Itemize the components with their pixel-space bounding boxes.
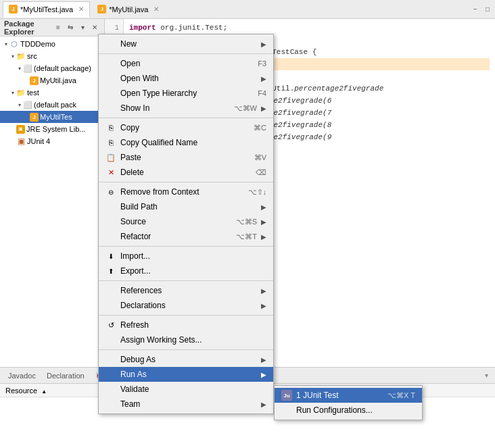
sidebar-close-button[interactable]: ✕ [89,22,100,33]
submenu-arrow-build-path: ▶ [261,203,266,211]
package-icon: ⬜ [23,64,32,73]
tree-label-myutiltest: MyUtilTes [40,113,72,121]
expand-arrow-pkg2[interactable] [16,101,23,108]
declaration-label: Declaration [47,372,85,380]
menu-item-copy-qualified[interactable]: ⎘ Copy Qualified Name [99,135,273,150]
export-icon: ⬆ [105,266,116,276]
shortcut-remove-context: ⌥⇧↓ [248,188,267,197]
window-controls: − □ [471,5,492,14]
tree-item-tdddemo[interactable]: ⬡ TDDDemo [0,38,104,50]
debug-as-icon [105,354,116,365]
project-icon: ⬡ [9,39,19,49]
menu-item-debug-as[interactable]: Debug As ▶ [99,352,273,367]
expand-arrow-tdddemo[interactable] [3,41,9,47]
menu-item-show-in[interactable]: Show In ⌥⌘W ▶ [99,101,273,116]
maximize-button[interactable]: □ [483,5,492,14]
expand-arrow-pkg[interactable] [16,65,23,72]
tree-item-myutil[interactable]: J MyUtil.java [0,74,104,86]
declarations-icon [105,300,116,311]
paste-icon: 📋 [105,152,116,163]
submenu-arrow-run-as: ▶ [261,371,266,378]
menu-label-references: References [120,286,162,295]
link-editor-button[interactable]: ⇆ [65,22,76,33]
menu-label-remove-context: Remove from Context [120,187,199,197]
sidebar-menu-button[interactable]: ▾ [77,22,88,33]
shortcut-open: F3 [258,59,266,68]
menu-item-references[interactable]: References ▶ [99,283,273,298]
sort-arrow-resource: ▲ [41,389,47,395]
menu-item-import[interactable]: ⬇ Import... [99,249,273,264]
minimize-button[interactable]: − [471,5,480,14]
tab-close-icon[interactable]: ✕ [78,5,84,13]
menu-item-new[interactable]: New ▶ [99,36,273,51]
tree-item-test[interactable]: 📁 test [0,86,104,99]
menu-label-refactor: Refactor [120,232,151,241]
menu-label-show-in: Show In [120,103,149,113]
menu-item-assign-working[interactable]: Assign Working Sets... [99,332,273,347]
bottom-panel-menu-button[interactable]: ▾ [481,370,492,380]
menu-item-open[interactable]: Open F3 [99,56,273,71]
separator-7 [99,349,273,350]
menu-item-declarations[interactable]: Declarations ▶ [99,298,273,313]
submenu-arrow-show-in: ▶ [261,105,266,112]
menu-item-refactor[interactable]: Refactor ⌥⌘T ▶ [99,229,273,244]
refactor-icon [105,231,116,242]
tab-javadoc[interactable]: Javadoc [3,368,41,383]
package-explorer: Package Explorer ≡ ⇆ ▾ ✕ ⬡ TDDDemo [0,19,105,367]
tree-item-junit[interactable]: ▣ JUnit 4 [0,135,104,147]
tree-item-default-pkg[interactable]: ⬜ (default package) [0,62,104,74]
tree-label-myutil: MyUtil.java [40,76,76,84]
menu-item-remove-context[interactable]: ⊖ Remove from Context ⌥⇧↓ [99,184,273,199]
submenu-arrow-source: ▶ [261,218,266,226]
tab-myutil[interactable]: J *MyUtil.java ✕ [91,1,165,18]
open-icon [105,58,116,69]
tree-item-jre[interactable]: ▣ JRE System Lib... [0,123,104,135]
tree-label-default-pkg2: (default pack [34,101,76,109]
copy-icon: ⎘ [105,122,116,133]
tree-label-default-pkg: (default package) [34,64,91,72]
menu-item-source[interactable]: Source ⌥⌘S ▶ [99,214,273,229]
sidebar-title: Package Explorer [4,20,53,36]
menu-item-refresh[interactable]: ↺ Refresh [99,318,273,332]
validate-icon [105,384,116,395]
menu-label-debug-as: Debug As [120,355,156,364]
submenu-item-junit-test[interactable]: Ju 1 JUnit Test ⌥⌘X T [275,388,422,403]
tree-item-default-pkg2[interactable]: ⬜ (default pack [0,99,104,111]
tree-view: ⬡ TDDDemo 📁 src ⬜ (default package) [0,36,104,367]
submenu-arrow-team: ▶ [261,401,266,408]
menu-item-export[interactable]: ⬆ Export... [99,264,273,278]
menu-item-team[interactable]: Team ▶ [99,397,273,412]
tab-declaration[interactable]: Declaration [41,368,90,383]
separator-4 [99,246,273,247]
code-line-1: import org.junit.Test; [129,22,490,34]
shortcut-show-in: ⌥⌘W [234,104,257,113]
expand-arrow-src[interactable] [9,53,16,59]
tab2-close-icon[interactable]: ✕ [154,5,159,13]
collapse-all-button[interactable]: ≡ [53,22,64,33]
menu-item-paste[interactable]: 📋 Paste ⌘V [99,150,273,165]
submenu-item-run-configs[interactable]: Run Configurations... [275,403,422,418]
menu-label-declarations: Declarations [120,301,166,310]
menu-label-run-as: Run As [120,370,147,379]
menu-label-new: New [120,39,137,49]
menu-item-open-type-hierarchy[interactable]: Open Type Hierarchy F4 [99,86,273,101]
tree-item-src[interactable]: 📁 src [0,50,104,62]
menu-label-team: Team [120,399,140,409]
tab-myutiltest[interactable]: J *MyUtilTest.java ✕ [3,1,90,18]
submenu-arrow-declarations: ▶ [261,302,266,309]
menu-item-validate[interactable]: Validate [99,382,273,397]
menu-item-open-with[interactable]: Open With ▶ [99,71,273,86]
tree-item-myutiltest[interactable]: J MyUtilTes [0,111,104,123]
menu-item-copy[interactable]: ⎘ Copy ⌘C [99,120,273,135]
submenu-arrow-references: ▶ [261,287,266,295]
menu-label-export: Export... [120,266,151,276]
menu-item-build-path[interactable]: Build Path ▶ [99,199,273,214]
menu-item-delete[interactable]: ✕ Delete ⌫ [99,165,273,180]
shortcut-paste: ⌘V [254,153,266,162]
new-icon [105,39,116,49]
tree-label-jre: JRE System Lib... [26,125,85,133]
expand-arrow-test[interactable] [9,89,16,96]
build-path-icon [105,201,116,212]
source-icon [105,216,116,227]
menu-item-run-as[interactable]: Run As ▶ [99,367,273,382]
